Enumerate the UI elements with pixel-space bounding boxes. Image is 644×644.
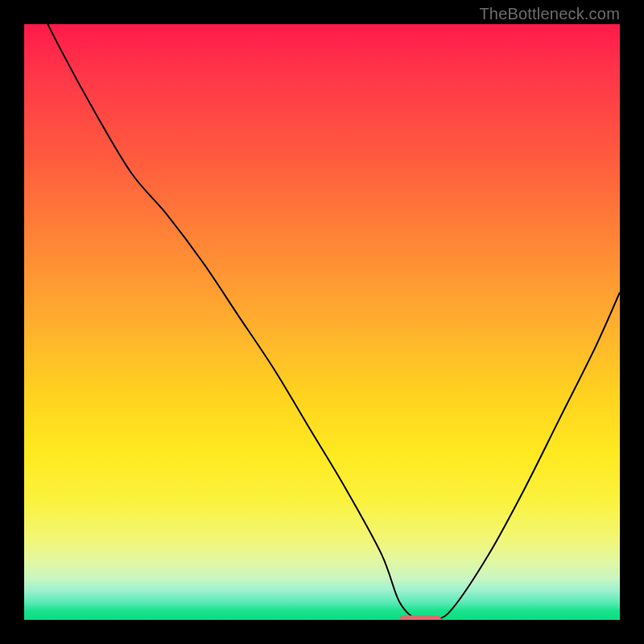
watermark-text: TheBottleneck.com bbox=[479, 5, 620, 23]
bottleneck-curve bbox=[24, 24, 620, 620]
chart-overlay bbox=[24, 24, 620, 620]
optimal-marker bbox=[399, 616, 441, 621]
chart-frame: TheBottleneck.com bbox=[0, 0, 644, 644]
